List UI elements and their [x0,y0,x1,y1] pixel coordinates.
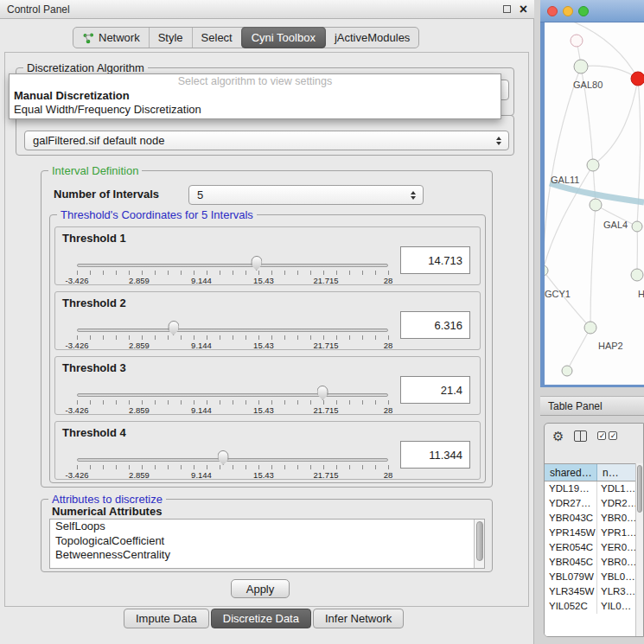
num-intervals-combobox[interactable]: 5 [188,185,424,205]
cell[interactable]: YIL0… [597,599,637,614]
stepper-icon [492,137,505,145]
table-row[interactable]: YBR043CYBR0… [545,511,637,526]
table-panel-title: Table Panel [548,400,603,412]
network-node-gcy1[interactable] [545,265,548,276]
threshold-1-value-field[interactable]: 14.713 [400,246,470,274]
tab-impute-data[interactable]: Impute Data [124,609,209,628]
table-row[interactable]: YLR345WYLR3… [545,584,637,599]
list-scrollbar[interactable] [474,520,484,568]
cell[interactable]: YDR27… [545,496,597,511]
tab-infer-network[interactable]: Infer Network [313,609,404,628]
threshold-2-slider[interactable]: -3.426 2.859 9.144 15.43 21.715 28 [77,292,388,351]
table-row[interactable]: YBL079WYBL0… [545,570,637,584]
table-row[interactable]: YPR145WYPR1… [545,526,637,540]
dropdown-option-manual-discretization[interactable]: Manual Discretization [10,89,501,103]
tab-style[interactable]: Style [149,28,192,48]
cell[interactable]: YER0… [597,540,637,555]
network-node[interactable] [632,221,642,232]
slider-track[interactable] [77,328,388,332]
stepper-icon [406,191,419,200]
network-node-red[interactable] [631,72,644,86]
close-icon[interactable]: × [520,3,527,16]
minimize-traffic-light[interactable] [563,6,573,16]
table-row[interactable]: YIL052CYIL0… [545,599,637,614]
select-columns-icons: ✓ ✓ [597,431,617,440]
tab-network[interactable]: Network [73,28,149,48]
threshold-4-value-field[interactable]: 11.344 [400,441,470,469]
threshold-3-slider[interactable]: -3.426 2.859 9.144 15.43 21.715 28 [77,357,388,416]
gear-icon[interactable]: ⚙ [552,430,564,443]
scrollbar-thumb[interactable] [476,521,483,561]
column-header-name[interactable]: n… [597,464,637,481]
tab-cyni-toolbox[interactable]: Cyni Toolbox [241,27,326,48]
num-intervals-value: 5 [189,188,406,201]
threshold-3-value-field[interactable]: 21.4 [400,376,470,404]
table-scrollbar[interactable] [635,463,643,636]
table-row[interactable]: YDL19…YDL1… [545,481,637,496]
tab-discretize-data[interactable]: Discretize Data [211,609,311,628]
attributes-list[interactable]: SelfLoops TopologicalCoefficient Between… [49,519,485,569]
list-item[interactable]: TopologicalCoefficient [50,534,484,549]
slider-thumb[interactable] [251,256,262,271]
cell[interactable]: YBR045C [545,555,597,570]
scale-label: 21.715 [313,405,338,415]
slider-track[interactable] [77,393,388,397]
network-node-gal80[interactable] [574,60,588,73]
cell[interactable]: YIL052C [545,599,597,614]
slider-thumb[interactable] [168,321,179,335]
network-node[interactable] [631,269,643,281]
checkbox-icon[interactable]: ✓ [597,431,606,440]
threshold-1-slider[interactable]: -3.426 2.859 9.144 15.43 21.715 28 [77,227,388,286]
zoom-traffic-light[interactable] [578,6,589,16]
columns-icon[interactable] [574,430,587,442]
cell[interactable]: YBR0… [597,555,637,570]
slider-track[interactable] [77,264,388,267]
network-node[interactable] [562,366,572,376]
cell[interactable]: YDL19… [545,481,597,496]
threshold-4-slider[interactable]: -3.426 2.859 9.144 15.43 21.715 28 [77,422,388,481]
cell[interactable]: YER054C [545,540,597,555]
slider-thumb[interactable] [317,386,328,400]
cell[interactable]: YLR3… [597,584,637,599]
tab-jactivemodules[interactable]: jActiveModules [326,28,418,48]
slider-thumb[interactable] [218,450,229,465]
cell[interactable]: YBL079W [545,570,597,584]
list-item[interactable]: SelfLoops [50,520,484,534]
node-label-gcy1: GCY1 [545,289,571,299]
tab-select[interactable]: Select [192,28,241,48]
column-header-shared-name[interactable]: shared… [545,464,597,481]
table-panel-titlebar[interactable]: Table Panel [540,396,644,416]
cell[interactable]: YBR043C [545,511,597,526]
network-node-hap2[interactable] [584,322,596,334]
cell[interactable]: YLR345W [545,584,597,599]
threshold-2-value-field[interactable]: 6.316 [400,311,470,339]
table-row[interactable]: YBR045CYBR0… [545,555,637,570]
table-body: YDL19…YDL1… YDR27…YDR2… YBR043CYBR0… YPR… [545,481,637,636]
table-row[interactable]: YDR27…YDR2… [545,496,637,511]
close-traffic-light[interactable] [547,6,558,16]
table-data-combobox[interactable]: galFiltered.sif default node [24,131,509,150]
cell[interactable]: YDR2… [597,496,637,511]
network-node-gal4[interactable] [590,199,602,211]
network-node[interactable] [571,35,583,47]
table-row[interactable]: YER054CYER0… [545,540,637,555]
cell[interactable]: YBR0… [597,511,637,526]
checkbox-icon[interactable]: ✓ [609,431,617,440]
slider-track[interactable] [77,458,388,462]
cell[interactable]: YPR145W [545,526,597,540]
cell[interactable]: YDL1… [597,481,637,496]
control-panel-window: Control Panel × Network Style Select Cyn… [0,0,534,644]
dropdown-option-equal-width[interactable]: Equal Width/Frequency Discretization [10,103,501,117]
scrollbar-thumb[interactable] [637,465,642,513]
num-intervals-label: Number of Intervals [54,188,159,201]
slider-ticks [77,271,389,275]
list-item[interactable]: BetweennessCentrality [50,548,484,563]
scale-label: 15.43 [253,470,274,480]
network-canvas[interactable]: GAL80 GAL11 GAL4 GCY1 HAP2 H [545,22,644,385]
cell[interactable]: YBL0… [597,570,637,584]
network-node-gal11[interactable] [587,159,599,171]
float-icon[interactable] [503,5,511,13]
apply-button[interactable]: Apply [231,579,290,598]
control-panel-titlebar: Control Panel × [0,0,534,19]
cell[interactable]: YPR1… [597,526,637,540]
